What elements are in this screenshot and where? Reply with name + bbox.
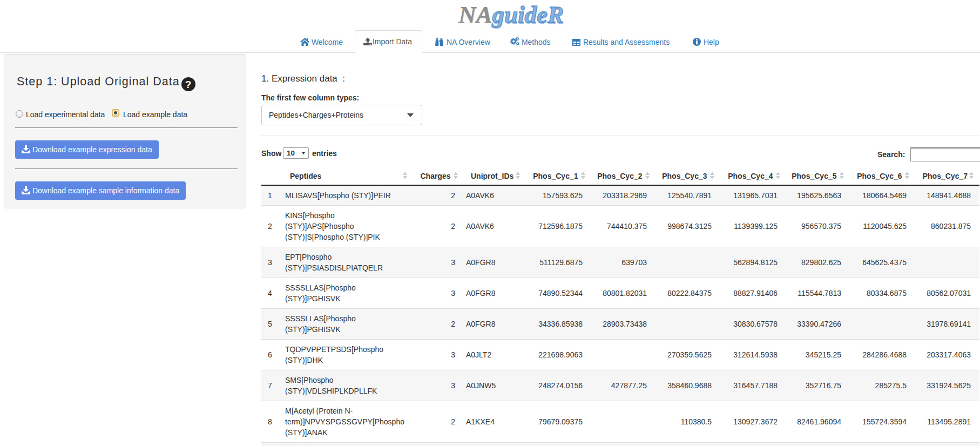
svg-text:?: ? xyxy=(185,79,192,90)
